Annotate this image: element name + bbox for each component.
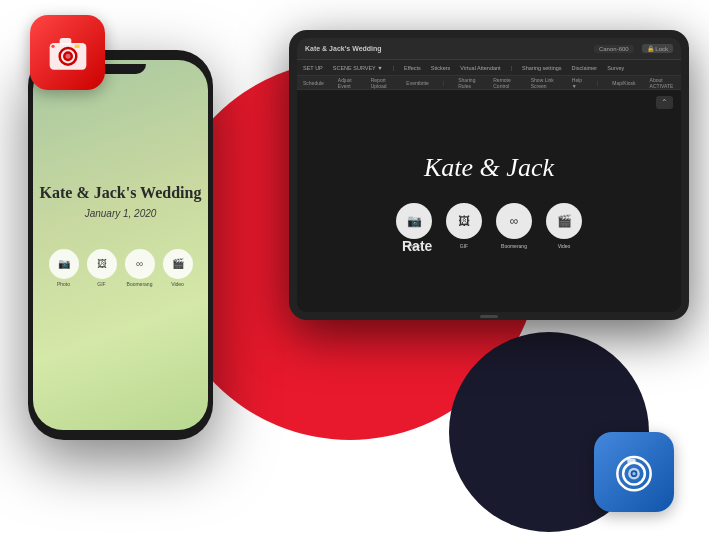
subnav-sharing-rules[interactable]: Sharing Rules (458, 77, 479, 89)
tablet-boomerang-label: Boomerang (501, 243, 527, 249)
tablet-device: Kate & Jack's Wedding Canon-600 🔒 Lock S… (289, 30, 689, 320)
tablet-camera-icon: 📷 (407, 214, 422, 228)
subnav-link-screen[interactable]: Show Link Screen (531, 77, 558, 89)
svg-rect-4 (59, 38, 71, 45)
phone-icon-video[interactable]: 🎬 Video (163, 249, 193, 287)
svg-point-3 (65, 53, 70, 58)
gif-label: GIF (97, 281, 105, 287)
lock-status: 🔒 Lock (642, 44, 673, 53)
svg-point-6 (51, 44, 54, 47)
scroll-up-indicator[interactable]: ⌃ (656, 96, 673, 109)
tablet-icon-gif[interactable]: 🖼 GIF (446, 203, 482, 249)
phone-device: Kate & Jack's Wedding January 1, 2020 📷 … (28, 50, 213, 440)
camera-status: Canon-600 (594, 45, 634, 53)
subnav-adjust[interactable]: Adjust Event (338, 77, 357, 89)
nav-stickers[interactable]: Stickers (431, 65, 451, 71)
tablet-event-title: Kate & Jack (424, 153, 554, 183)
subnav-schedule[interactable]: Schedule (303, 80, 324, 86)
tablet-boomerang-icon: ∞ (510, 214, 519, 228)
nav-virtual[interactable]: Virtual Attendant (460, 65, 500, 71)
tablet-home-bar (480, 315, 498, 318)
tablet-menubar: Kate & Jack's Wedding Canon-600 🔒 Lock (297, 38, 681, 60)
video-icon: 🎬 (172, 258, 184, 269)
tablet-screen: Kate & Jack's Wedding Canon-600 🔒 Lock S… (297, 38, 681, 312)
tablet-icon-photo[interactable]: 📷 Photo (396, 203, 432, 249)
subnav-sep: | (443, 80, 444, 86)
nav-setup[interactable]: SET UP (303, 65, 323, 71)
phone-icon-photo[interactable]: 📷 Photo (49, 249, 79, 287)
nav-sharing[interactable]: Sharing settings (522, 65, 561, 71)
nav-spacer: | (393, 65, 394, 71)
subnav-report[interactable]: Report Upload (371, 77, 393, 89)
tablet-video-icon: 🎬 (557, 214, 572, 228)
app-icon-ios[interactable] (30, 15, 105, 90)
tablet-main-content: ⌃ Kate & Jack 📷 Photo 🖼 GIF (297, 90, 681, 312)
phone-event-title: Kate & Jack's Wedding (40, 183, 202, 204)
nav-effects[interactable]: Effects (404, 65, 421, 71)
phone-body: Kate & Jack's Wedding January 1, 2020 📷 … (28, 50, 213, 440)
tablet-icon-boomerang[interactable]: ∞ Boomerang (496, 203, 532, 249)
gif-icon: 🖼 (97, 258, 107, 269)
tablet-gif-label: GIF (460, 243, 468, 249)
phone-icon-gif[interactable]: 🖼 GIF (87, 249, 117, 287)
photo-label: Photo (57, 281, 70, 287)
tablet-icon-video[interactable]: 🎬 Video (546, 203, 582, 249)
app-icon-ipad[interactable] (594, 432, 674, 512)
phone-event-date: January 1, 2020 (85, 208, 157, 219)
nav-survey[interactable]: SCENE SURVEY ▼ (333, 65, 383, 71)
subnav-help[interactable]: Help ▼ (572, 77, 583, 89)
tablet-menu-title: Kate & Jack's Wedding (305, 45, 382, 52)
subnav-eventbrite[interactable]: Eventbrite (406, 80, 429, 86)
tablet-subnav: Schedule Adjust Event Report Upload Even… (297, 76, 681, 90)
tablet-photo-label: Photo (407, 243, 420, 249)
tablet-icons-row: 📷 Photo 🖼 GIF ∞ Boomerang (396, 203, 582, 249)
nav-disclaimer[interactable]: Disclaimer (572, 65, 598, 71)
phone-icons-row: 📷 Photo 🖼 GIF ∞ Boomerang (49, 249, 193, 287)
svg-point-12 (632, 472, 635, 475)
subnav-remote[interactable]: Remote Control (493, 77, 516, 89)
subnav-map[interactable]: Map/Kiosk (612, 80, 635, 86)
tablet-video-label: Video (558, 243, 571, 249)
boomerang-label: Boomerang (127, 281, 153, 287)
tablet-body: Kate & Jack's Wedding Canon-600 🔒 Lock S… (289, 30, 689, 320)
subnav-about[interactable]: About ACTIVATE (650, 77, 675, 89)
svg-rect-10 (627, 459, 635, 464)
nav-survey2[interactable]: Survey (607, 65, 624, 71)
svg-rect-5 (74, 44, 79, 47)
tablet-nav: SET UP SCENE SURVEY ▼ | Effects Stickers… (297, 60, 681, 76)
subnav-sep2: | (597, 80, 598, 86)
phone-screen: Kate & Jack's Wedding January 1, 2020 📷 … (33, 60, 208, 430)
phone-icon-boomerang[interactable]: ∞ Boomerang (125, 249, 155, 287)
video-label: Video (171, 281, 184, 287)
camera-icon-small: 📷 (58, 258, 70, 269)
nav-spacer2: | (511, 65, 512, 71)
boomerang-icon: ∞ (136, 258, 143, 269)
tablet-gif-icon: 🖼 (458, 214, 470, 228)
